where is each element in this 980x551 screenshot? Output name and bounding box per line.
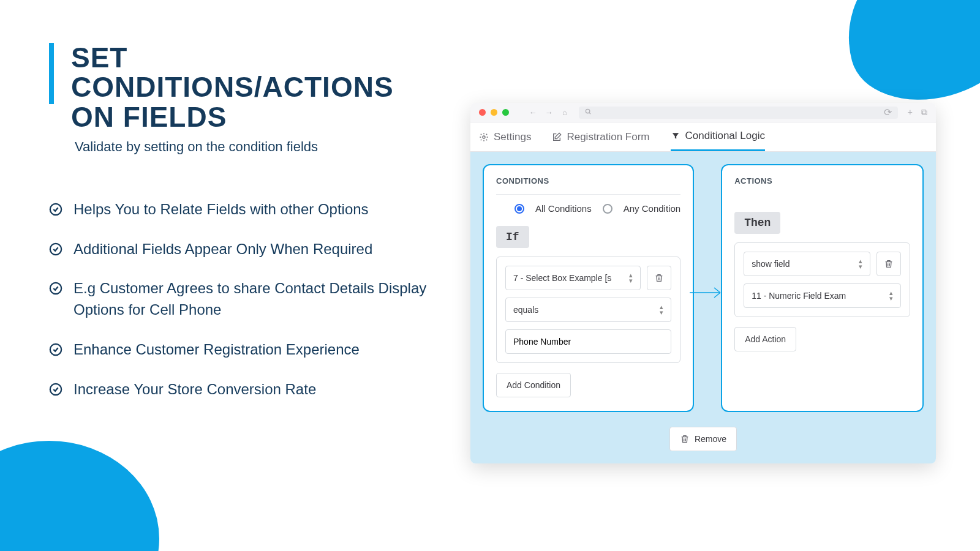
feature-bullet-list: Helps You to Relate Fields with other Op… <box>49 199 441 400</box>
radio-label: Any Condition <box>624 203 680 214</box>
select-arrows-icon: ▴▾ <box>889 290 893 301</box>
bullet-text: Increase Your Store Conversion Rate <box>74 379 316 400</box>
browser-chrome: ← → ⌂ ⟳ + ⧉ <box>470 103 936 122</box>
bullet-text: Helps You to Relate Fields with other Op… <box>74 199 369 220</box>
select-arrows-icon: ▴▾ <box>629 272 633 283</box>
search-icon <box>585 108 592 117</box>
reload-icon[interactable]: ⟳ <box>884 107 892 118</box>
select-value: show field <box>752 259 790 269</box>
if-badge: If <box>496 226 529 248</box>
close-dot-icon[interactable] <box>479 109 486 116</box>
new-tab-icon[interactable]: + <box>908 107 913 118</box>
then-badge: Then <box>734 212 780 234</box>
conditions-card: CONDITIONS All Conditions Any Condition … <box>483 164 694 412</box>
tab-conditional-logic[interactable]: Conditional Logic <box>671 122 765 151</box>
decorative-blob-top <box>829 0 980 118</box>
conditions-title: CONDITIONS <box>496 176 680 186</box>
select-value: equals <box>513 305 538 315</box>
svg-point-7 <box>483 136 485 138</box>
trash-icon <box>884 259 894 269</box>
feature-bullet: E.g Customer Agrees to share Contact Det… <box>49 278 441 321</box>
maximize-dot-icon[interactable] <box>502 109 509 116</box>
bullet-text: Enhance Customer Registration Experience <box>74 339 360 361</box>
actions-title: ACTIONS <box>734 176 910 186</box>
page-title: SET CONDITIONS/ACTIONS ON FIELDS <box>71 43 441 132</box>
feature-bullet: Additional Fields Appear Only When Requi… <box>49 239 441 260</box>
app-window: ← → ⌂ ⟳ + ⧉ Settings Registration Form <box>470 103 936 463</box>
select-value: 11 - Numeric Field Exam <box>752 291 846 301</box>
minimize-dot-icon[interactable] <box>491 109 497 116</box>
tab-bar: Settings Registration Form Conditional L… <box>470 122 936 152</box>
title-accent-bar <box>49 43 54 104</box>
select-value: 7 - Select Box Example [s <box>513 273 611 283</box>
remove-button[interactable]: Remove <box>669 427 737 451</box>
check-circle-icon <box>49 343 62 356</box>
home-icon[interactable]: ⌂ <box>560 108 569 117</box>
button-label: Add Action <box>745 334 786 344</box>
tabs-icon[interactable]: ⧉ <box>921 107 927 118</box>
select-arrows-icon: ▴▾ <box>660 304 663 315</box>
condition-value-input[interactable] <box>505 329 671 354</box>
action-target-select[interactable]: 11 - Numeric Field Exam ▴▾ <box>744 283 901 308</box>
actions-card: ACTIONS Then show field ▴▾ 11 - Nu <box>721 164 924 412</box>
decorative-blob-bottom <box>0 441 159 551</box>
add-condition-button[interactable]: Add Condition <box>496 373 571 397</box>
check-circle-icon <box>49 383 62 396</box>
action-rule: show field ▴▾ 11 - Numeric Field Exam ▴▾ <box>734 242 910 317</box>
filter-icon <box>671 131 680 141</box>
svg-point-5 <box>586 109 589 113</box>
feature-bullet: Enhance Customer Registration Experience <box>49 339 441 361</box>
condition-field-select[interactable]: 7 - Select Box Example [s ▴▾ <box>505 266 641 290</box>
divider <box>496 194 680 195</box>
delete-condition-button[interactable] <box>647 266 671 290</box>
check-circle-icon <box>49 203 62 216</box>
svg-line-6 <box>589 112 590 113</box>
tab-settings[interactable]: Settings <box>479 122 531 151</box>
back-icon[interactable]: ← <box>529 108 537 117</box>
check-circle-icon <box>49 242 62 256</box>
radio-label: All Conditions <box>535 203 592 214</box>
radio-all-conditions[interactable] <box>514 204 524 214</box>
button-label: Add Condition <box>507 380 560 390</box>
tab-registration-form[interactable]: Registration Form <box>552 122 649 151</box>
radio-any-condition[interactable] <box>603 204 612 214</box>
delete-action-button[interactable] <box>876 252 901 276</box>
tab-label: Settings <box>494 131 531 143</box>
tab-label: Conditional Logic <box>685 130 765 142</box>
tab-label: Registration Form <box>567 131 649 143</box>
button-label: Remove <box>695 434 726 444</box>
condition-operator-select[interactable]: equals ▴▾ <box>505 298 671 322</box>
gear-icon <box>479 132 489 142</box>
condition-rule: 7 - Select Box Example [s ▴▾ equals ▴▾ <box>496 257 680 363</box>
trash-icon <box>680 434 690 444</box>
feature-bullet: Increase Your Store Conversion Rate <box>49 379 441 400</box>
add-action-button[interactable]: Add Action <box>734 327 796 351</box>
action-type-select[interactable]: show field ▴▾ <box>744 252 870 276</box>
url-bar[interactable]: ⟳ <box>579 107 898 119</box>
select-arrows-icon: ▴▾ <box>859 258 862 269</box>
forward-icon[interactable]: → <box>545 108 553 117</box>
feature-bullet: Helps You to Relate Fields with other Op… <box>49 199 441 220</box>
bullet-text: E.g Customer Agrees to share Contact Det… <box>74 278 441 321</box>
trash-icon <box>654 273 664 283</box>
edit-icon <box>552 132 562 142</box>
bullet-text: Additional Fields Appear Only When Requi… <box>74 239 372 260</box>
check-circle-icon <box>49 282 62 295</box>
window-controls[interactable] <box>479 109 509 116</box>
page-subtitle: Validate by setting on the condition fie… <box>75 139 441 155</box>
